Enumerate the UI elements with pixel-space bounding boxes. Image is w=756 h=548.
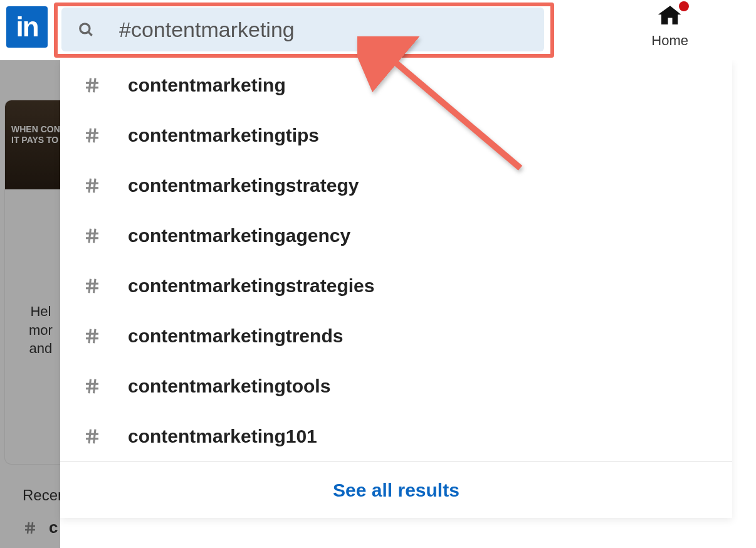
svg-line-20 — [89, 229, 91, 243]
suggestion-item[interactable]: contentmarketingtools — [60, 361, 732, 411]
hash-icon — [83, 427, 102, 446]
suggestion-label: contentmarketingtips — [128, 125, 319, 146]
top-navigation-bar: in Home — [0, 0, 756, 60]
svg-line-5 — [88, 32, 92, 36]
suggestion-item[interactable]: contentmarketingtips — [60, 110, 732, 161]
svg-line-29 — [94, 329, 96, 344]
svg-line-28 — [89, 329, 91, 344]
linkedin-logo[interactable]: in — [6, 6, 48, 48]
svg-line-32 — [89, 379, 91, 394]
hash-icon — [83, 76, 102, 95]
svg-line-24 — [89, 279, 91, 293]
svg-line-17 — [94, 179, 96, 193]
notification-badge — [678, 0, 690, 13]
suggestion-label: contentmarketing — [128, 75, 286, 96]
hash-icon — [83, 377, 102, 396]
search-input[interactable] — [119, 18, 544, 42]
hash-icon — [83, 226, 102, 245]
suggestion-label: contentmarketingagency — [128, 225, 350, 246]
hash-icon — [83, 277, 102, 295]
nav-home[interactable]: Home — [651, 3, 688, 49]
suggestion-item[interactable]: contentmarketing101 — [60, 411, 732, 461]
svg-point-4 — [80, 24, 90, 33]
svg-line-33 — [94, 379, 96, 394]
suggestion-label: contentmarketingstrategy — [128, 175, 359, 196]
suggestion-item[interactable]: contentmarketingstrategies — [60, 261, 732, 311]
suggestion-label: contentmarketingstrategies — [128, 275, 374, 297]
search-icon — [78, 21, 94, 38]
nav-home-label: Home — [651, 33, 688, 49]
suggestion-label: contentmarketing101 — [128, 426, 317, 447]
suggestion-item[interactable]: contentmarketingtrends — [60, 311, 732, 361]
hash-icon — [83, 126, 102, 145]
svg-line-37 — [94, 429, 96, 444]
svg-line-36 — [89, 429, 91, 444]
hash-icon — [83, 176, 102, 195]
feed-overlay-dim — [0, 60, 60, 548]
search-box[interactable] — [61, 8, 544, 51]
suggestion-item[interactable]: contentmarketingagency — [60, 211, 732, 261]
see-all-results-link[interactable]: See all results — [333, 480, 459, 501]
search-autocomplete-dropdown: contentmarketing contentmarketingtips co… — [60, 60, 732, 518]
svg-line-8 — [89, 78, 91, 93]
suggestion-label: contentmarketingtrends — [128, 325, 343, 347]
suggestion-item[interactable]: contentmarketingstrategy — [60, 161, 732, 211]
svg-line-12 — [89, 129, 91, 143]
suggestion-item[interactable]: contentmarketing — [60, 60, 732, 110]
svg-line-13 — [94, 129, 96, 143]
svg-line-16 — [89, 179, 91, 193]
svg-line-21 — [94, 229, 96, 243]
svg-line-25 — [94, 279, 96, 293]
hash-icon — [83, 327, 102, 345]
suggestion-label: contentmarketingtools — [128, 376, 330, 397]
search-container — [54, 3, 544, 51]
see-all-wrap: See all results — [60, 461, 732, 518]
svg-line-9 — [94, 78, 96, 93]
